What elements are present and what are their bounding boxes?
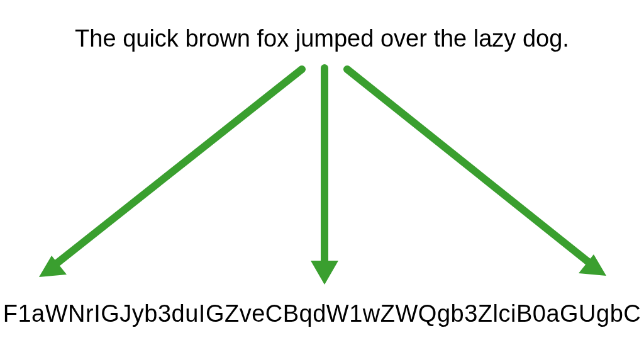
source-text: The quick brown fox jumped over the lazy… bbox=[0, 25, 644, 52]
svg-marker-3 bbox=[311, 261, 338, 285]
svg-line-4 bbox=[347, 69, 590, 263]
svg-marker-1 bbox=[39, 256, 67, 277]
arrow-right-icon bbox=[347, 69, 606, 276]
arrow-center-icon bbox=[311, 68, 338, 285]
arrow-left-icon bbox=[39, 69, 302, 277]
encoded-text: F1aWNrIGJyb3duIGZveCBqdW1wZWQgb3ZlciB0aG… bbox=[0, 300, 644, 327]
svg-line-0 bbox=[55, 69, 302, 264]
svg-marker-5 bbox=[579, 254, 606, 276]
